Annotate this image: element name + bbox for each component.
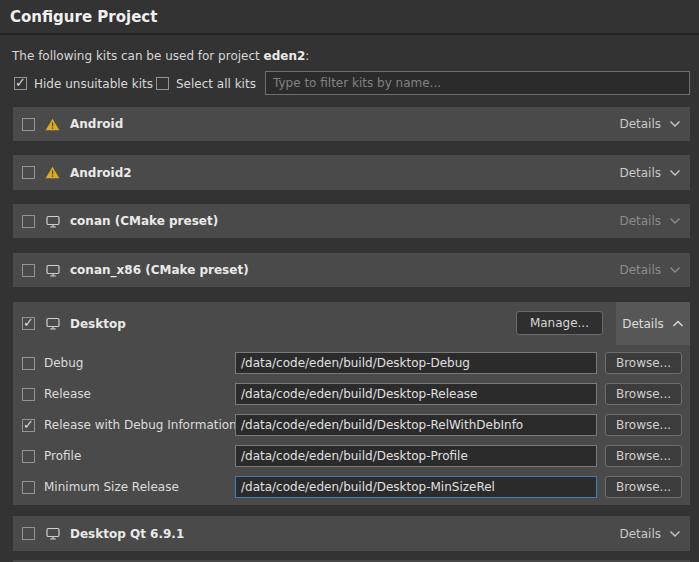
kit-row-conan: conan (CMake preset) Details — [13, 204, 690, 238]
intro-text: The following kits can be used for proje… — [12, 49, 309, 63]
monitor-icon — [45, 527, 60, 540]
kit-row-desktop-qt: Desktop Qt 6.9.1 Details — [13, 516, 690, 551]
chevron-down-icon — [669, 166, 681, 180]
build-config-label: Debug — [44, 356, 83, 370]
build-config-checkbox[interactable] — [22, 419, 35, 432]
kit-row-android: Android Details — [13, 107, 690, 141]
select-all-kits-checkbox[interactable]: Select all kits — [156, 76, 256, 91]
build-config-row-profile: Profile Browse... — [22, 445, 682, 467]
build-config-label: Release — [44, 387, 91, 401]
build-config-row-minsizerel: Minimum Size Release Browse... — [22, 476, 682, 498]
monitor-icon — [45, 215, 60, 228]
checkbox-icon[interactable] — [14, 77, 27, 90]
build-dir-input-relwithdebinfo[interactable] — [235, 414, 597, 436]
details-button[interactable]: Details — [619, 117, 681, 131]
build-config-checkbox[interactable] — [22, 481, 35, 494]
build-dir-input-release[interactable] — [235, 383, 597, 405]
details-button[interactable]: Details — [619, 214, 681, 228]
build-config-row-release: Release Browse... — [22, 383, 682, 405]
details-button[interactable]: Details — [619, 527, 681, 541]
build-dir-input-minsizerel[interactable] — [235, 476, 597, 498]
chevron-down-icon — [669, 214, 681, 228]
monitor-icon — [45, 317, 60, 330]
kit-checkbox[interactable] — [22, 166, 35, 179]
kit-checkbox[interactable] — [22, 215, 35, 228]
chevron-down-icon — [669, 527, 681, 541]
browse-button[interactable]: Browse... — [605, 476, 682, 498]
monitor-icon — [45, 264, 60, 277]
select-all-kits-label: Select all kits — [176, 77, 256, 91]
build-config-checkbox[interactable] — [22, 357, 35, 370]
hide-unsuitable-kits-checkbox[interactable]: Hide unsuitable kits — [14, 76, 153, 91]
build-config-checkbox[interactable] — [22, 450, 35, 463]
kit-checkbox[interactable] — [22, 317, 35, 330]
build-config-row-debug: Debug Browse... — [22, 352, 682, 374]
build-config-row-relwithdebinfo: Release with Debug Information Browse... — [22, 414, 682, 436]
project-name: eden2 — [264, 49, 306, 63]
page-title: Configure Project — [10, 8, 157, 26]
manage-button[interactable]: Manage... — [516, 311, 603, 335]
build-config-label: Profile — [44, 449, 81, 463]
chevron-down-icon — [669, 263, 681, 277]
build-config-label: Release with Debug Information — [44, 418, 237, 432]
kit-name: Desktop Qt 6.9.1 — [70, 527, 184, 541]
details-button[interactable]: Details — [619, 166, 681, 180]
kit-row-desktop: Desktop Manage... Details Debug Browse..… — [13, 302, 690, 505]
chevron-up-icon — [672, 317, 684, 331]
details-button[interactable]: Details — [619, 263, 681, 277]
kit-row-conan-x86: conan_x86 (CMake preset) Details — [13, 253, 690, 287]
kit-filter-input[interactable] — [265, 71, 690, 95]
kit-name: Desktop — [70, 317, 126, 331]
chevron-down-icon — [669, 117, 681, 131]
build-config-checkbox[interactable] — [22, 388, 35, 401]
kit-name: conan_x86 (CMake preset) — [70, 263, 249, 277]
warning-icon — [45, 166, 60, 179]
build-dir-input-debug[interactable] — [235, 352, 597, 374]
details-button-expanded[interactable]: Details — [616, 302, 690, 345]
browse-button[interactable]: Browse... — [605, 383, 682, 405]
kit-checkbox[interactable] — [22, 118, 35, 131]
browse-button[interactable]: Browse... — [605, 445, 682, 467]
checkbox-icon[interactable] — [156, 77, 169, 90]
title-separator — [0, 33, 699, 35]
kit-name: Android2 — [70, 166, 132, 180]
kit-name: Android — [70, 117, 123, 131]
warning-icon — [45, 118, 60, 131]
build-config-label: Minimum Size Release — [44, 480, 179, 494]
kit-row-android2: Android2 Details — [13, 155, 690, 190]
browse-button[interactable]: Browse... — [605, 352, 682, 374]
kit-checkbox[interactable] — [22, 527, 35, 540]
browse-button[interactable]: Browse... — [605, 414, 682, 436]
kit-checkbox[interactable] — [22, 264, 35, 277]
hide-unsuitable-kits-label: Hide unsuitable kits — [34, 77, 153, 91]
build-dir-input-profile[interactable] — [235, 445, 597, 467]
kit-name: conan (CMake preset) — [70, 214, 218, 228]
